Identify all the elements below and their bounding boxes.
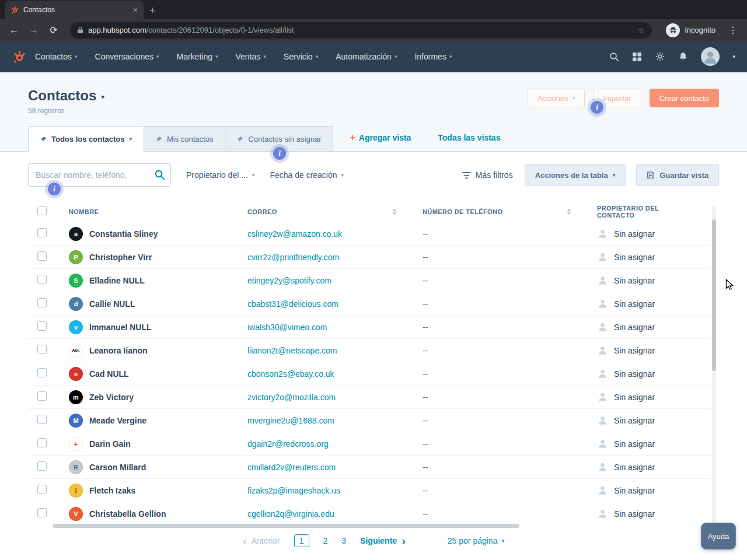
sort-icon[interactable] — [392, 209, 397, 215]
contact-email-link[interactable]: dgain2r@redcross.org — [247, 439, 329, 449]
row-checkbox[interactable] — [37, 275, 47, 284]
all-views-link[interactable]: Todas las vistas — [438, 132, 500, 143]
nav-item[interactable]: Ventas▾ — [236, 52, 266, 61]
contact-name-link[interactable]: Elladine NULL — [89, 276, 145, 285]
page-1-button[interactable]: 1 — [294, 534, 309, 547]
browser-tab[interactable]: Contactos × — [5, 1, 144, 19]
add-view-link[interactable]: +Agregar vista — [350, 132, 411, 143]
row-checkbox[interactable] — [37, 391, 47, 401]
row-checkbox[interactable] — [37, 461, 47, 471]
contact-email-link[interactable]: mvergine2u@1688.com — [247, 416, 334, 425]
row-checkbox[interactable] — [37, 321, 47, 331]
browser-menu-icon[interactable]: ⋮ — [725, 24, 741, 36]
row-checkbox[interactable] — [37, 485, 47, 494]
page-3-button[interactable]: 3 — [341, 536, 346, 545]
more-filters-button[interactable]: Más filtros — [462, 170, 513, 180]
save-view-button[interactable]: Guardar vista — [636, 164, 719, 186]
settings-gear-icon[interactable] — [655, 51, 665, 62]
search-icon[interactable] — [609, 52, 619, 62]
nav-item[interactable]: Conversaciones▾ — [95, 52, 159, 61]
contact-name-link[interactable]: Cad NULL — [89, 369, 129, 379]
forward-button[interactable]: → — [26, 22, 42, 38]
row-checkbox[interactable] — [37, 298, 47, 307]
contact-name-link[interactable]: Christabella Gellion — [89, 509, 166, 519]
reload-button[interactable]: ⟳ — [46, 22, 62, 38]
contact-email-link[interactable]: csliney2w@amazon.co.uk — [247, 229, 342, 239]
contact-name-link[interactable]: Christopher Virr — [89, 253, 152, 262]
contact-name-link[interactable]: Immanuel NULL — [89, 323, 152, 332]
actions-button[interactable]: Acciones▾ — [528, 89, 585, 107]
close-tab-icon[interactable]: × — [133, 5, 138, 15]
address-bar[interactable]: app.hubspot.com/contacts/20612091/object… — [70, 22, 652, 38]
new-tab-button[interactable]: + — [149, 5, 156, 17]
contact-name-link[interactable]: Darin Gain — [89, 439, 131, 449]
nav-item[interactable]: Informes▾ — [414, 52, 452, 61]
nav-item[interactable]: Servicio▾ — [284, 52, 318, 61]
contact-name-link[interactable]: Zeb Victory — [89, 393, 134, 402]
account-chevron-down-icon[interactable]: ▾ — [732, 54, 735, 60]
row-checkbox[interactable] — [37, 228, 47, 237]
column-header-telefono[interactable]: NÚMERO DE TELÉFONO — [423, 208, 597, 215]
column-header-correo[interactable]: CORREO — [247, 208, 423, 215]
contact-email-link[interactable]: zvictory2o@mozilla.com — [247, 393, 336, 402]
help-button[interactable]: Ayuda — [701, 523, 736, 550]
title-chevron-down-icon[interactable]: ▾ — [101, 93, 104, 101]
row-checkbox[interactable] — [37, 508, 47, 517]
contact-email-link[interactable]: cgellion2q@virginia.edu — [247, 509, 334, 519]
table-actions-button[interactable]: Acciones de la tabla▾ — [525, 164, 626, 186]
contact-email-link[interactable]: fizaks2p@imageshack.us — [247, 486, 340, 495]
contact-email-link[interactable]: liianon2t@netscape.com — [247, 346, 337, 355]
contact-phone: -- — [423, 299, 597, 309]
incognito-icon — [666, 23, 680, 37]
row-checkbox[interactable] — [37, 415, 47, 424]
nav-item[interactable]: Marketing▾ — [177, 52, 218, 61]
contact-name-link[interactable]: Fletch Izaks — [89, 486, 135, 495]
horizontal-scrollbar[interactable] — [53, 524, 519, 528]
onboarding-beacon[interactable]: i — [273, 147, 286, 160]
contact-email-link[interactable]: etingey2y@spotify.com — [247, 276, 331, 285]
search-input[interactable] — [28, 163, 171, 187]
sort-icon[interactable] — [567, 209, 571, 215]
row-checkbox[interactable] — [37, 438, 47, 447]
onboarding-beacon[interactable]: i — [591, 101, 603, 114]
owner-silhouette-icon — [597, 368, 608, 379]
column-header-propietario[interactable]: PROPIETARIO DEL CONTACTO — [597, 205, 711, 219]
search-submit-icon[interactable] — [154, 169, 165, 180]
hubspot-logo-icon[interactable] — [12, 50, 26, 64]
create-contact-button[interactable]: Crear contacto — [650, 89, 719, 107]
contact-name-link[interactable]: Carson Millard — [89, 463, 146, 472]
vertical-scrollbar[interactable] — [712, 205, 716, 526]
page-2-button[interactable]: 2 — [323, 536, 328, 545]
prev-page-button[interactable]: ‹Anterior — [243, 535, 280, 547]
contact-name-link[interactable]: Callie NULL — [89, 299, 135, 309]
bookmark-star-icon[interactable]: ☆ — [638, 26, 645, 35]
contact-email-link[interactable]: iwalsh30@vimeo.com — [247, 323, 327, 332]
marketplace-icon[interactable] — [632, 52, 642, 62]
contact-name-link[interactable]: Constantia Sliney — [89, 229, 158, 239]
contact-email-link[interactable]: cvirr2z@printfriendly.com — [247, 253, 339, 262]
select-all-checkbox[interactable] — [37, 206, 47, 215]
owner-filter-dropdown[interactable]: Propietario del ...▾ — [186, 170, 254, 180]
onboarding-beacon[interactable]: i — [48, 183, 61, 195]
contact-email-link[interactable]: cmillard2v@reuters.com — [247, 463, 336, 472]
contact-email-link[interactable]: cbonson2s@ebay.co.uk — [247, 369, 334, 379]
contact-name-link[interactable]: Meade Vergine — [89, 416, 146, 425]
tab-todos-los-contactos[interactable]: Todos los contactos ▾ — [28, 126, 144, 152]
next-page-button[interactable]: Siguiente› — [360, 535, 406, 547]
column-header-nombre[interactable]: NOMBRE — [69, 208, 247, 215]
contact-avatar: e — [69, 367, 83, 381]
row-checkbox[interactable] — [37, 368, 47, 377]
tab-mis-contactos[interactable]: Mis contactos — [144, 126, 225, 152]
create-date-filter-dropdown[interactable]: Fecha de creación▾ — [270, 170, 344, 180]
contact-name-link[interactable]: Leanora Iianon — [89, 346, 148, 355]
row-checkbox[interactable] — [37, 345, 47, 354]
row-checkbox[interactable] — [37, 251, 47, 261]
back-button[interactable]: ← — [6, 22, 22, 38]
nav-item[interactable]: Automatización▾ — [336, 52, 397, 61]
page-size-selector[interactable]: 25 por página▾ — [448, 536, 504, 545]
nav-item[interactable]: Contactos▾ — [35, 52, 78, 61]
chevron-down-icon: ▾ — [316, 54, 319, 60]
user-avatar[interactable] — [701, 47, 720, 66]
notifications-bell-icon[interactable] — [678, 51, 688, 62]
contact-email-link[interactable]: cbabst31@delicious.com — [247, 299, 338, 309]
